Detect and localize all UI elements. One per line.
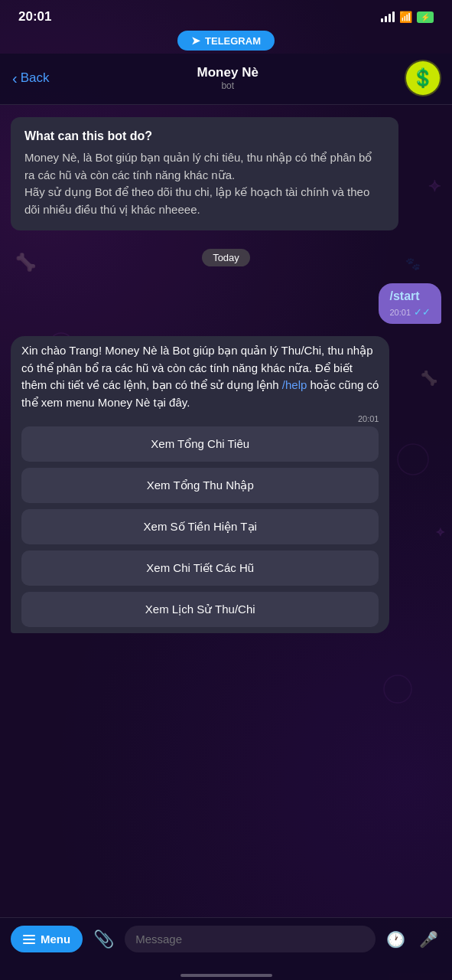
message-time: 20:01 [389,308,411,317]
bot-info-bubble: What can this bot do? Money Nè, là Bot g… [11,117,398,230]
mic-button[interactable]: 🎤 [416,930,441,949]
menu-button[interactable]: Menu [11,926,83,952]
incoming-message: Xin chào Trang! Money Nè là Bot giúp bạn… [11,336,389,633]
start-command-text: /start [389,289,419,302]
chat-area: What can this bot do? Money Nè, là Bot g… [0,105,452,917]
help-command[interactable]: /help [282,378,307,391]
message-time: 20:01 [358,414,379,423]
emoji-button[interactable]: 🕐 [383,930,408,949]
signal-bars-icon [381,11,395,22]
action-btn-5[interactable]: Xem Lịch Sử Thu/Chi [21,592,379,627]
battery-icon: ⚡ [417,11,434,23]
chat-header: ‹ Back Money Nè bot 💲 [0,54,452,105]
home-indicator [0,968,452,980]
chat-subtitle: bot [197,80,259,91]
menu-label: Menu [41,933,70,946]
message-text: Xin chào Trang! Money Nè là Bot giúp bạn… [21,342,379,411]
telegram-arrow-icon: ➤ [191,34,200,47]
chat-title: Money Nè [197,65,259,80]
avatar-emoji: 💲 [411,67,434,89]
action-buttons: Xem Tổng Chi Tiêu Xem Tổng Thu Nhập Xem … [21,426,379,627]
header-center: Money Nè bot [197,65,259,91]
status-time: 20:01 [18,9,51,24]
back-button[interactable]: ‹ Back [12,70,49,87]
date-label: Today [202,249,250,266]
home-bar [180,974,272,977]
telegram-banner: ➤ TELEGRAM [0,31,452,51]
action-btn-2[interactable]: Xem Tổng Thu Nhập [21,468,379,503]
message-row: /start 20:01 ✓✓ [11,283,441,324]
avatar[interactable]: 💲 [406,61,440,95]
hamburger-icon [23,935,35,944]
back-arrow-icon: ‹ [12,70,18,87]
status-bar: 20:01 📶 ⚡ [0,0,452,31]
message-text: /start [389,289,431,303]
bot-info-text: Money Nè, là Bot giúp bạn quản lý chi ti… [24,149,385,218]
message-meta: 20:01 [21,414,379,423]
wifi-icon: 📶 [399,11,412,23]
telegram-pill: ➤ TELEGRAM [177,31,275,51]
date-divider: Today [11,249,441,266]
status-icons: 📶 ⚡ [381,11,434,23]
message-ticks-icon: ✓✓ [414,306,431,318]
action-btn-4[interactable]: Xem Chi Tiết Các Hũ [21,550,379,586]
message-input[interactable] [125,926,376,952]
bot-info-title: What can this bot do? [24,129,385,143]
back-label: Back [21,70,50,86]
bottom-bar: Menu 📎 🕐 🎤 [0,917,452,968]
message-row: Xin chào Trang! Money Nè là Bot giúp bạn… [11,336,441,633]
message-meta: 20:01 ✓✓ [389,306,431,318]
telegram-label: TELEGRAM [205,35,261,47]
outgoing-message: /start 20:01 ✓✓ [379,283,441,324]
action-btn-1[interactable]: Xem Tổng Chi Tiêu [21,426,379,462]
action-btn-3[interactable]: Xem Số Tiền Hiện Tại [21,509,379,544]
attachment-button[interactable]: 📎 [90,929,117,949]
